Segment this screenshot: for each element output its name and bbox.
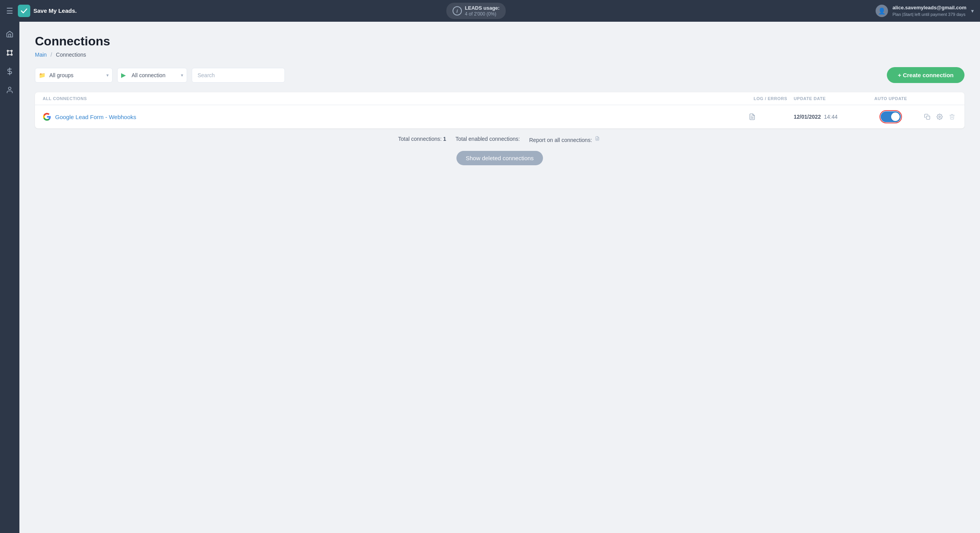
content-area: Connections Main / Connections 📁 All gro… [19, 22, 980, 533]
svg-rect-12 [926, 116, 930, 119]
breadcrumb-current: Connections [56, 52, 86, 58]
total-connections: Total connections: 1 [398, 136, 446, 142]
date-cell: 12/01/2022 14:44 [794, 114, 864, 120]
search-input[interactable] [192, 68, 285, 83]
settings-button[interactable] [935, 112, 944, 121]
col-autoupdate: AUTO UPDATE [864, 96, 918, 101]
copy-button[interactable] [923, 112, 932, 121]
connection-name-cell: Google Lead Form - Webhooks [43, 112, 747, 121]
breadcrumb: Main / Connections [35, 52, 964, 58]
report-label: Report on all connections: [529, 135, 601, 143]
svg-point-9 [9, 87, 11, 90]
leads-usage-text: LEADS usage: 4 of 2'000 (0%) [465, 5, 500, 17]
breadcrumb-main-link[interactable]: Main [35, 52, 47, 58]
col-date: UPDATE DATE [794, 96, 864, 101]
avatar: 👤 [876, 5, 888, 17]
autoupdate-toggle-label[interactable] [881, 111, 901, 122]
toolbar: 📁 All groups ▾ ▶ All connection ▾ + Crea… [35, 67, 964, 83]
table-row: Google Lead Form - Webhooks 12/ [35, 105, 964, 128]
autoupdate-cell [864, 111, 918, 122]
sidebar [0, 22, 19, 533]
sidebar-item-home[interactable] [2, 26, 17, 42]
sidebar-item-billing[interactable] [2, 64, 17, 79]
autoupdate-toggle-wrapper [881, 111, 901, 122]
col-connections: ALL CONNECTIONS [43, 96, 747, 101]
report-icon-button[interactable] [593, 135, 601, 142]
topnav-right: 👤 alice.savemyleads@gmail.com Plan |Star… [876, 5, 974, 17]
col-log: LOG / ERRORS [747, 96, 794, 101]
sidebar-item-account[interactable] [2, 82, 17, 98]
log-cell [747, 112, 794, 122]
groups-select-wrapper: 📁 All groups ▾ [35, 68, 113, 83]
show-deleted-wrap: Show deleted connections [35, 151, 964, 165]
leads-usage-box: i LEADS usage: 4 of 2'000 (0%) [446, 3, 506, 19]
footer-stats: Total connections: 1 Total enabled conne… [35, 135, 964, 143]
connection-link[interactable]: Google Lead Form - Webhooks [55, 114, 136, 120]
delete-button[interactable] [947, 112, 957, 121]
connection-select-wrapper: ▶ All connection ▾ [117, 68, 187, 83]
sidebar-item-connections[interactable] [2, 45, 17, 61]
user-info: alice.savemyleads@gmail.com Plan |Start|… [893, 5, 966, 17]
table-header: ALL CONNECTIONS LOG / ERRORS UPDATE DATE… [35, 92, 964, 105]
page-title: Connections [35, 34, 964, 48]
hamburger-icon[interactable]: ☰ [6, 6, 13, 16]
info-icon: i [453, 6, 462, 16]
logo-text: Save My Leads. [33, 7, 77, 14]
leads-usage-widget: i LEADS usage: 4 of 2'000 (0%) [446, 3, 506, 19]
connection-select[interactable]: All connection [117, 68, 187, 83]
svg-point-13 [939, 116, 940, 118]
main-layout: Connections Main / Connections 📁 All gro… [0, 22, 980, 533]
create-connection-button[interactable]: + Create connection [887, 67, 964, 83]
log-button[interactable] [747, 112, 757, 122]
google-icon [43, 112, 51, 121]
total-enabled-connections: Total enabled connections: [456, 136, 520, 142]
connections-table: ALL CONNECTIONS LOG / ERRORS UPDATE DATE… [35, 92, 964, 128]
chevron-down-icon[interactable]: ▾ [971, 8, 974, 14]
logo-icon [18, 5, 30, 17]
groups-select[interactable]: All groups [35, 68, 113, 83]
show-deleted-button[interactable]: Show deleted connections [456, 151, 543, 165]
actions-cell [918, 112, 957, 121]
topnav: ☰ Save My Leads. i LEADS usage: 4 of 2'0… [0, 0, 980, 22]
logo[interactable]: Save My Leads. [18, 5, 77, 17]
